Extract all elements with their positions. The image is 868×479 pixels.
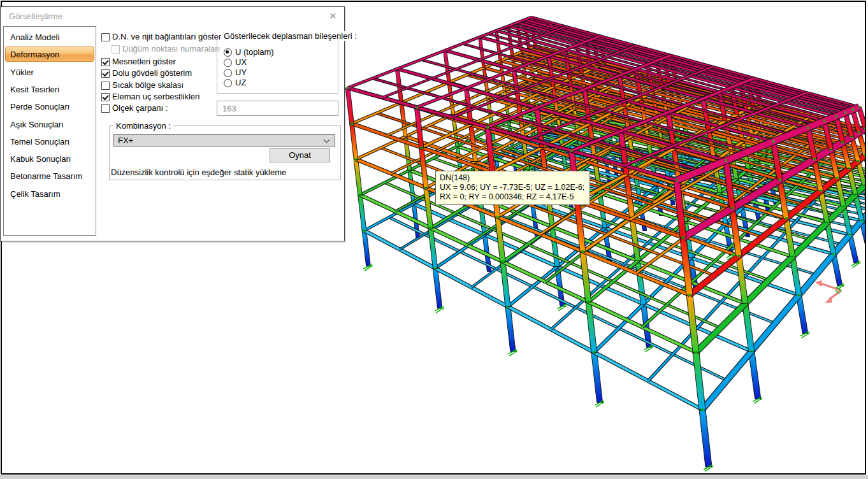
sidebar-item[interactable]: Betonarme Tasarım [5,168,94,183]
checkbox-label: Eleman uç serbestlikleri [112,92,199,101]
checkbox[interactable] [112,45,120,54]
combination-group-label: Kombinasyon : [113,121,173,131]
radio-label: UY [235,68,247,77]
category-list: Analiz ModeliDeformasyonYüklerKesit Tesi… [3,26,96,236]
dialog-title: Görselleştirme [9,11,62,21]
displacement-components-group: Gösterilecek deplasman bileşenleri : U (… [217,36,338,94]
sidebar-item[interactable]: Perde Sonuçları [5,99,94,114]
sidebar-item[interactable]: Yükler [5,64,94,80]
tooltip-displacements: UX = 9.06; UY = -7.73E-5; UZ = 1.02E-6; [440,183,584,192]
radio-button[interactable] [224,79,232,87]
checkbox[interactable] [101,93,110,101]
combination-select[interactable]: FX+ [113,134,335,147]
checkbox-label: Düğüm noktası numaraları [122,45,220,54]
combination-selected-value: FX+ [118,136,133,145]
checkbox-label: Dolu gövdeli gösterim [112,69,192,78]
node-tooltip: DN(148) UX = 9.06; UY = -7.73E-5; UZ = 1… [435,171,590,205]
radio-label: UZ [235,78,246,87]
visualization-dialog: Görselleştirme ✕ Analiz ModeliDeformasyo… [0,6,345,241]
window-bottom-strip [0,475,868,479]
checkbox-label: D.N. ve rijit bağlantıları göster [112,32,221,41]
checkbox[interactable] [101,82,110,90]
radio-button[interactable] [224,59,232,67]
sidebar-item[interactable]: Aşık Sonuçları [5,117,94,132]
radio-button[interactable] [224,69,232,77]
close-icon[interactable]: ✕ [327,10,338,22]
sidebar-item[interactable]: Temel Sonuçları [5,134,94,149]
sidebar-item[interactable]: Kesit Tesirleri [5,82,94,97]
combination-info-text: Düzensizlik kontrolü için eşdeğer statik… [111,168,286,177]
checkbox[interactable] [101,104,110,113]
radio-button[interactable] [224,48,232,57]
app-window: { "window": { "title": "Görselleştirme",… [0,0,868,479]
tooltip-rotations: RX = 0; RY = 0.000346; RZ = 4.17E-5 [440,192,584,202]
checkbox[interactable] [101,69,110,78]
checkbox-label: Mesnetleri göster [112,57,176,66]
sidebar-item[interactable]: Deformasyon [5,46,94,62]
radio-label: U (toplam) [235,48,274,57]
play-button[interactable]: Oynat [270,148,330,162]
radio-label: UX [235,58,247,67]
sidebar-item[interactable]: Kabuk Sonuçları [5,151,94,166]
tooltip-node-id: DN(148) [440,173,584,183]
scale-factor-input[interactable] [217,101,338,116]
sidebar-item[interactable]: Analiz Modeli [5,29,94,45]
chevron-down-icon [324,137,330,143]
displacement-group-label: Gösterilecek deplasman bileşenleri : [221,31,359,41]
checkbox[interactable] [101,58,110,66]
checkbox[interactable] [101,33,110,41]
sidebar-item[interactable]: Çelik Tasarım [5,186,94,201]
checkbox-label: Ölçek çarpanı : [112,104,168,113]
checkbox-label: Sıcak bölge skalası [112,81,184,90]
